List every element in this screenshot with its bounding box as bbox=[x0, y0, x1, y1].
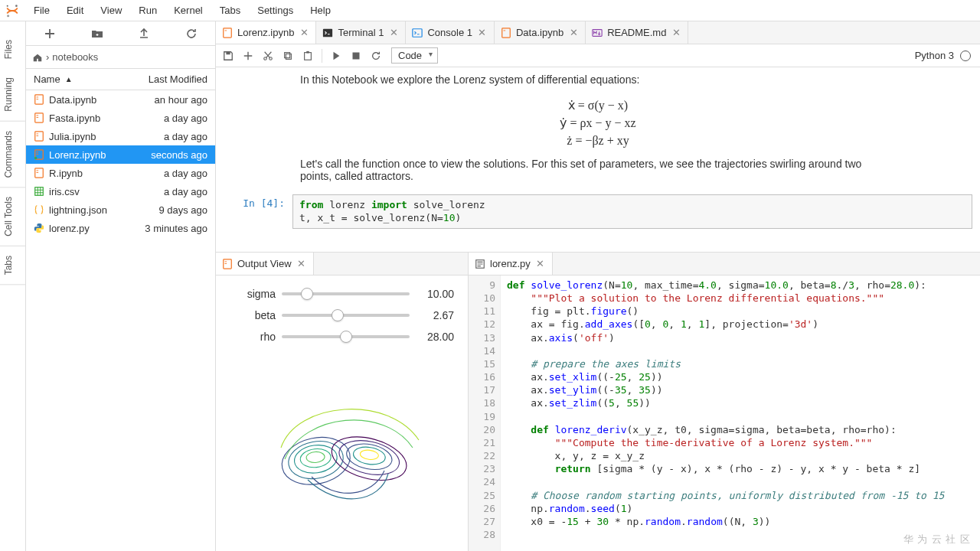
file-name: Data.ipynb bbox=[49, 94, 96, 106]
tab-label: README.md bbox=[607, 27, 666, 38]
file-row[interactable]: lightning.json9 days ago bbox=[26, 201, 215, 219]
close-icon[interactable]: ✕ bbox=[299, 28, 309, 38]
cell-type-select[interactable]: Code bbox=[391, 47, 438, 64]
close-icon[interactable]: ✕ bbox=[568, 28, 579, 38]
restart-icon[interactable] bbox=[370, 50, 382, 62]
slider-value: 10.00 bbox=[416, 288, 454, 300]
code-editor[interactable]: 9 10 11 12 13 14 15 16 17 18 19 20 21 22… bbox=[469, 276, 980, 551]
menu-view[interactable]: View bbox=[93, 2, 129, 18]
refresh-icon[interactable] bbox=[184, 26, 199, 41]
file-icon bbox=[34, 204, 44, 215]
slider-knob[interactable] bbox=[332, 309, 344, 321]
file-name: iris.csv bbox=[49, 186, 80, 197]
svg-rect-31 bbox=[286, 54, 291, 59]
slider-knob[interactable] bbox=[340, 331, 352, 343]
cell-editor[interactable]: from lorenz import solve_lorenz t, x_t =… bbox=[292, 194, 972, 229]
document-tab[interactable]: Terminal 1✕ bbox=[316, 21, 406, 44]
slider-track[interactable] bbox=[282, 292, 410, 295]
work-area: Lorenz.ipynb✕Terminal 1✕Console 1✕Data.i… bbox=[216, 21, 980, 551]
editor-panel: lorenz.py ✕ 9 10 11 12 13 14 15 16 17 18… bbox=[469, 253, 980, 551]
cut-icon[interactable] bbox=[262, 50, 274, 62]
svg-rect-34 bbox=[353, 52, 360, 59]
tab-lorenz-py[interactable]: lorenz.py ✕ bbox=[469, 253, 553, 275]
col-modified[interactable]: Last Modified bbox=[149, 73, 207, 85]
close-icon[interactable]: ✕ bbox=[535, 259, 546, 269]
slider-track[interactable] bbox=[282, 314, 410, 317]
notebook-content[interactable]: In this Notebook we explore the Lorenz s… bbox=[216, 67, 980, 252]
side-tab-tabs[interactable]: Tabs bbox=[0, 246, 25, 285]
file-list: Data.ipynban hour agoFasta.ipynba day ag… bbox=[26, 90, 215, 551]
side-tab-commands[interactable]: Commands bbox=[0, 122, 25, 187]
document-tab[interactable]: Lorenz.ipynb✕ bbox=[216, 21, 316, 44]
svg-rect-5 bbox=[37, 99, 39, 99]
slider-track[interactable] bbox=[282, 335, 410, 338]
file-name: Julia.ipynb bbox=[49, 131, 96, 142]
col-name[interactable]: Name bbox=[34, 73, 60, 85]
file-row[interactable]: Lorenz.ipynbseconds ago bbox=[26, 145, 215, 164]
svg-rect-10 bbox=[37, 134, 39, 135]
menu-tabs[interactable]: Tabs bbox=[212, 2, 248, 18]
cell-prompt: In [4]: bbox=[216, 194, 292, 229]
menu-run[interactable]: Run bbox=[131, 2, 165, 18]
svg-rect-32 bbox=[305, 52, 312, 60]
file-icon bbox=[34, 168, 44, 178]
svg-rect-27 bbox=[226, 51, 230, 54]
svg-rect-35 bbox=[224, 259, 232, 268]
new-launcher-icon[interactable] bbox=[42, 26, 57, 41]
side-tab-running[interactable]: Running bbox=[0, 68, 25, 122]
add-cell-icon[interactable] bbox=[242, 50, 254, 62]
file-row[interactable]: Data.ipynban hour ago bbox=[26, 90, 215, 109]
menu-help[interactable]: Help bbox=[302, 2, 338, 18]
document-tab[interactable]: README.md✕ bbox=[586, 21, 688, 44]
activity-bar: Files Running Commands Cell Tools Tabs bbox=[0, 21, 26, 551]
menu-settings[interactable]: Settings bbox=[250, 2, 301, 18]
close-icon[interactable]: ✕ bbox=[388, 28, 399, 38]
svg-point-42 bbox=[305, 452, 325, 464]
side-tab-files[interactable]: Files bbox=[0, 31, 25, 68]
notebook-icon bbox=[222, 259, 233, 269]
document-tab[interactable]: Data.ipynb✕ bbox=[495, 21, 586, 44]
file-modified: 9 days ago bbox=[158, 204, 207, 216]
close-icon[interactable]: ✕ bbox=[671, 28, 681, 38]
tab-output-view[interactable]: Output View ✕ bbox=[216, 253, 314, 275]
svg-rect-37 bbox=[225, 263, 227, 264]
side-tab-celltools[interactable]: Cell Tools bbox=[0, 187, 25, 246]
jupyter-logo bbox=[5, 3, 20, 18]
slider-knob[interactable] bbox=[301, 288, 313, 300]
breadcrumb[interactable]: › notebooks bbox=[26, 46, 215, 69]
close-icon[interactable]: ✕ bbox=[477, 28, 488, 38]
file-row[interactable]: lorenz.py3 minutes ago bbox=[26, 219, 215, 237]
breadcrumb-item[interactable]: notebooks bbox=[52, 51, 98, 63]
file-row[interactable]: Julia.ipynba day ago bbox=[26, 127, 215, 145]
menu-file[interactable]: File bbox=[26, 2, 57, 18]
code-area[interactable]: def solve_lorenz(N=10, max_time=4.0, sig… bbox=[501, 276, 980, 551]
copy-icon[interactable] bbox=[282, 50, 294, 62]
svg-point-41 bbox=[299, 448, 332, 469]
file-name: lightning.json bbox=[49, 204, 107, 216]
menubar: File Edit View Run Kernel Tabs Settings … bbox=[0, 0, 980, 21]
file-modified: seconds ago bbox=[151, 149, 207, 161]
save-icon[interactable] bbox=[222, 50, 234, 62]
code-cell[interactable]: In [4]: from lorenz import solve_lorenz … bbox=[216, 194, 972, 229]
svg-rect-17 bbox=[37, 171, 39, 171]
close-icon[interactable]: ✕ bbox=[296, 259, 307, 269]
kernel-name[interactable]: Python 3 bbox=[915, 50, 954, 61]
file-name: R.ipynb bbox=[49, 168, 83, 179]
file-icon bbox=[34, 149, 44, 160]
run-icon[interactable] bbox=[330, 50, 342, 62]
svg-rect-11 bbox=[37, 135, 39, 136]
svg-point-40 bbox=[292, 442, 338, 475]
new-folder-icon[interactable] bbox=[90, 26, 105, 41]
upload-icon[interactable] bbox=[136, 26, 152, 41]
paste-icon[interactable] bbox=[302, 50, 314, 62]
sort-icon: ▲ bbox=[65, 75, 73, 83]
tab-icon bbox=[412, 28, 423, 38]
file-row[interactable]: R.ipynba day ago bbox=[26, 164, 215, 182]
file-browser: › notebooks Name▲ Last Modified Data.ipy… bbox=[26, 21, 216, 551]
stop-icon[interactable] bbox=[350, 50, 362, 62]
document-tab[interactable]: Console 1✕ bbox=[406, 21, 495, 44]
menu-edit[interactable]: Edit bbox=[59, 2, 91, 18]
file-row[interactable]: iris.csva day ago bbox=[26, 182, 215, 201]
file-row[interactable]: Fasta.ipynba day ago bbox=[26, 109, 215, 127]
menu-kernel[interactable]: Kernel bbox=[166, 2, 211, 18]
